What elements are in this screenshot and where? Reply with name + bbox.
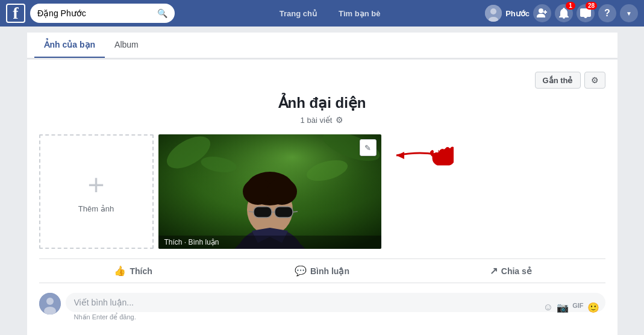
nav-home[interactable]: Trang chủ [275,7,322,20]
friend-requests-btn[interactable] [533,4,551,22]
dropdown-btn[interactable]: ▼ [620,4,638,22]
navbar-right: Phước 1 28 ? ▼ [485,4,638,22]
tab-album[interactable]: Album [105,33,148,58]
like-label: Thích [130,266,152,276]
commenter-avatar [39,293,61,315]
svg-point-1 [490,8,496,14]
photo-overlay-bar: Thích · Bình luận [158,236,381,249]
plus-icon: + [87,171,104,199]
gif-icon[interactable]: GIF [572,301,583,313]
post-count: 1 bài viết [301,116,333,125]
comment-label: Bình luận [310,266,349,276]
comment-icon: 💬 [295,265,307,277]
comment-area: ☺ 📷 GIF 🙂 Nhấn Enter để đăng. [39,288,605,326]
comment-input[interactable] [66,293,605,312]
album-title: Ảnh đại diện [39,95,605,111]
annotation-arrow [387,136,454,174]
gear-button[interactable]: ⚙ [584,72,605,89]
search-bar[interactable]: 🔍 [30,4,175,23]
svg-point-15 [267,178,297,205]
reaction-bar: 👍 Thích 💬 Bình luận ↗ Chia sẻ [39,258,605,283]
sub-tabs: Ảnh của bạn Album [27,33,617,58]
main-photo-container: Thích · Bình luận ✎ [158,134,381,249]
navbar: f 🔍 Trang chủ Tìm bạn bè Phước 1 28 [0,0,644,27]
notifications-btn[interactable]: 1 [555,4,573,22]
tag-button[interactable]: Gắn thẻ [535,72,581,89]
nav-links: Trang chủ Tìm bạn bè [175,7,485,20]
enter-hint: Nhấn Enter để đăng. [66,313,605,321]
album-meta: 1 bài viết ⚙ [39,115,605,125]
album-settings-icon[interactable]: ⚙ [336,115,343,125]
photo-grid: + Thêm ảnh [39,134,605,249]
messages-badge: 28 [586,2,597,10]
search-icon[interactable]: 🔍 [157,8,167,18]
nav-find-friends[interactable]: Tìm bạn bè [334,7,385,20]
profile-photo-svg [158,134,381,249]
edit-photo-button[interactable]: ✎ [360,139,377,156]
help-btn[interactable]: ? [598,4,616,22]
add-photo-label: Thêm ảnh [78,204,114,213]
add-photo-box[interactable]: + Thêm ảnh [39,134,154,249]
share-icon: ↗ [490,265,498,277]
messages-btn[interactable]: 28 [577,4,595,22]
svg-point-26 [46,298,54,305]
like-button[interactable]: 👍 Thích [39,259,228,283]
share-label: Chia sẻ [501,266,532,276]
emoji-icon[interactable]: ☺ [543,301,553,313]
comment-input-wrapper: ☺ 📷 GIF 🙂 Nhấn Enter để đăng. [66,293,605,321]
main-content: Gắn thẻ ⚙ Ảnh đại diện 1 bài viết ⚙ + Th… [27,60,617,335]
facebook-logo[interactable]: f [6,4,25,23]
user-avatar[interactable] [485,5,502,22]
comment-icons: ☺ 📷 GIF 🙂 [543,301,599,313]
album-actions: Gắn thẻ ⚙ [39,72,605,89]
main-photo: Thích · Bình luận [158,134,381,249]
svg-marker-21 [396,152,404,159]
notifications-badge: 1 [566,2,575,10]
search-input[interactable] [37,8,157,18]
tab-my-photos[interactable]: Ảnh của bạn [34,33,105,58]
svg-rect-16 [254,207,272,218]
like-icon: 👍 [114,265,126,277]
svg-rect-17 [275,207,293,218]
share-button[interactable]: ↗ Chia sẻ [416,259,605,283]
nav-user-name[interactable]: Phước [505,9,530,18]
page-wrapper: Ảnh của bạn Album Gắn thẻ ⚙ Ảnh đại diện… [27,27,617,335]
sticker-icon[interactable]: 🙂 [587,301,599,313]
edit-icon: ✎ [364,143,371,152]
svg-line-19 [249,211,254,212]
comment-button[interactable]: 💬 Bình luận [228,259,416,283]
svg-line-20 [293,211,298,212]
camera-icon[interactable]: 📷 [557,301,569,313]
album-header: Ảnh đại diện 1 bài viết ⚙ [39,95,605,125]
